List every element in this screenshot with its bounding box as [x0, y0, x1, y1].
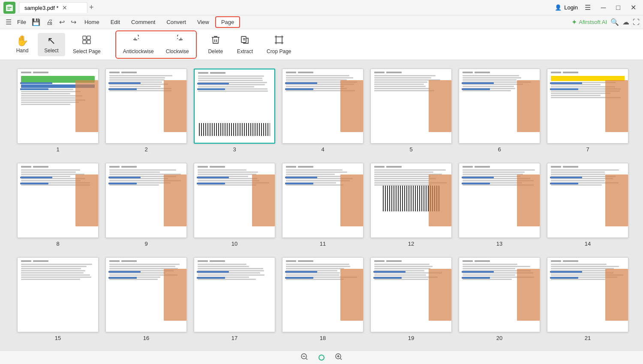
hamburger-file-btn[interactable]: ☰	[3, 17, 14, 27]
menubar-right: ✦ Afirstsoft AI 🔍 ☁ ⛶	[571, 18, 640, 26]
page-thumbnail[interactable]	[282, 257, 364, 332]
crop-page-btn[interactable]: Crop Page	[261, 32, 297, 57]
page-number: 9	[144, 241, 147, 247]
page-thumbnail[interactable]	[105, 163, 187, 238]
svg-line-7	[138, 38, 139, 39]
page-thumbnail[interactable]	[194, 69, 275, 144]
close-btn[interactable]: ✕	[627, 2, 640, 13]
clockwise-btn[interactable]: Clockwise	[160, 32, 195, 57]
menu-items: Home Edit Comment Convert View Page	[79, 16, 240, 28]
minimize-btn[interactable]: ─	[598, 2, 609, 13]
cloud-button[interactable]: ☁	[622, 18, 629, 26]
page-thumbnail[interactable]	[194, 257, 275, 332]
list-item[interactable]: 10	[194, 163, 275, 247]
svg-line-23	[340, 358, 342, 360]
page-number: 18	[320, 335, 326, 341]
page-thumbnail[interactable]	[547, 69, 628, 144]
page-thumbnail[interactable]	[370, 163, 452, 238]
list-item[interactable]: 2	[105, 69, 187, 153]
list-item[interactable]: 14	[547, 163, 628, 247]
menu-comment[interactable]: Comment	[126, 17, 160, 27]
list-item[interactable]: 20	[459, 257, 540, 341]
svg-line-19	[306, 358, 307, 360]
list-item[interactable]: 18	[282, 257, 364, 341]
page-thumbnail[interactable]	[194, 163, 275, 238]
list-item[interactable]: 16	[105, 257, 187, 341]
delete-btn[interactable]: Delete	[202, 32, 229, 57]
afirstsoft-ai-btn[interactable]: ✦ Afirstsoft AI	[571, 18, 607, 26]
page-thumbnail[interactable]	[105, 69, 187, 144]
page-number: 14	[585, 241, 591, 247]
list-item[interactable]: 9	[105, 163, 187, 247]
zoom-out-btn[interactable]	[297, 351, 312, 364]
tab-close-btn[interactable]: ✕	[62, 4, 67, 11]
select-page-icon	[81, 35, 92, 47]
page-thumbnail[interactable]	[547, 163, 628, 238]
page-number: 20	[496, 335, 502, 341]
hand-icon: ✋	[16, 36, 29, 46]
save-btn[interactable]: 💾	[30, 17, 42, 27]
list-item[interactable]: 3	[194, 69, 275, 153]
list-item[interactable]: 6	[459, 69, 540, 153]
active-tab[interactable]: sample3.pdf * ✕	[19, 2, 87, 13]
list-item[interactable]: 5	[370, 69, 452, 153]
rotation-group: Anticlockwise Clockwise	[115, 30, 197, 59]
list-item[interactable]: 12	[370, 163, 452, 247]
search-button[interactable]: 🔍	[610, 18, 619, 26]
page-thumbnail[interactable]	[17, 69, 99, 144]
maximize-btn[interactable]: □	[613, 2, 624, 13]
new-tab-button[interactable]: +	[89, 3, 94, 12]
print-btn[interactable]: 🖨	[44, 17, 55, 27]
menu-view[interactable]: View	[192, 17, 214, 27]
page-thumbnail[interactable]	[17, 257, 99, 332]
page-thumbnail[interactable]	[370, 257, 452, 332]
page-thumbnail[interactable]	[105, 257, 187, 332]
svg-rect-3	[83, 36, 86, 39]
list-item[interactable]: 1	[17, 69, 99, 153]
file-toolbar: ☰ File 💾 🖨 ↩ ↪	[3, 17, 78, 27]
page-number: 3	[233, 146, 236, 153]
tab-title: sample3.pdf *	[24, 5, 59, 11]
list-item[interactable]: 11	[282, 163, 364, 247]
page-thumbnail[interactable]	[459, 257, 540, 332]
delete-icon	[210, 35, 221, 47]
page-thumbnail[interactable]	[459, 163, 540, 238]
page-thumbnail[interactable]	[547, 257, 628, 332]
select-page-tool-btn[interactable]: Select Page	[67, 32, 107, 57]
hamburger-menu-btn[interactable]: ☰	[581, 2, 594, 13]
list-item[interactable]: 15	[17, 257, 99, 341]
page-number: 15	[55, 335, 61, 341]
menu-edit[interactable]: Edit	[105, 17, 125, 27]
page-thumbnail[interactable]	[370, 69, 452, 144]
page-number: 8	[56, 241, 59, 247]
clockwise-label: Clockwise	[166, 48, 189, 54]
page-thumbnail[interactable]	[282, 163, 364, 238]
menu-home[interactable]: Home	[79, 17, 105, 27]
menu-page[interactable]: Page	[215, 16, 240, 28]
user-login-area[interactable]: 👤 Login	[555, 4, 578, 11]
page-thumbnail[interactable]	[282, 69, 364, 144]
list-item[interactable]: 4	[282, 69, 364, 153]
crop-page-icon	[274, 35, 284, 47]
page-number: 1	[56, 146, 59, 153]
anticlockwise-btn[interactable]: Anticlockwise	[117, 32, 160, 57]
zoom-in-btn[interactable]	[331, 351, 346, 364]
hand-tool-btn[interactable]: ✋ Hand	[9, 33, 36, 56]
page-thumbnail[interactable]	[459, 69, 540, 144]
file-label: File	[15, 19, 28, 25]
redo-btn[interactable]: ↪	[69, 17, 78, 27]
expand-button[interactable]: ⛶	[633, 18, 640, 26]
list-item[interactable]: 7	[547, 69, 628, 153]
undo-btn[interactable]: ↩	[57, 17, 67, 27]
extract-btn[interactable]: Extract	[231, 32, 259, 57]
afirstsoft-icon: ✦	[571, 18, 577, 26]
list-item[interactable]: 19	[370, 257, 452, 341]
page-thumbnail[interactable]	[17, 163, 99, 238]
select-tool-btn[interactable]: ↖ Select	[38, 33, 65, 56]
afirstsoft-label: Afirstsoft AI	[579, 19, 607, 25]
list-item[interactable]: 21	[547, 257, 628, 341]
list-item[interactable]: 8	[17, 163, 99, 247]
list-item[interactable]: 13	[459, 163, 540, 247]
menu-convert[interactable]: Convert	[161, 17, 191, 27]
list-item[interactable]: 17	[194, 257, 275, 341]
